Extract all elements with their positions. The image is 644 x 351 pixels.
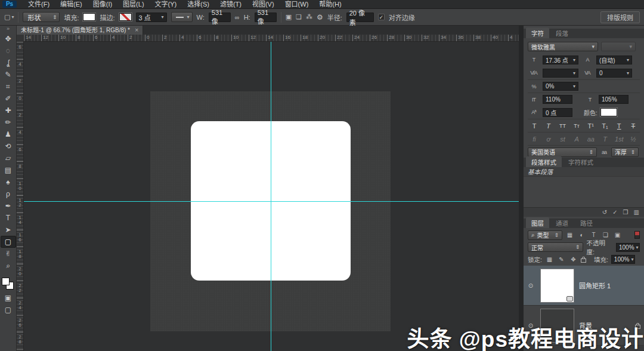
type-style-button[interactable]: Tᴛ	[571, 123, 582, 129]
baseline-field[interactable]: 0 点	[543, 108, 572, 117]
menu-item[interactable]: 选择(S)	[182, 0, 215, 9]
basic-paragraph-item[interactable]: 基本段落	[524, 167, 644, 177]
trash-icon[interactable]: ▥	[634, 209, 639, 215]
align-edges-checkbox[interactable]: ✓	[378, 14, 385, 20]
menu-item[interactable]: 文件(F)	[23, 0, 55, 9]
shape-width-field[interactable]: 531像	[209, 13, 231, 22]
opentype-feature-button[interactable]: ơ	[543, 136, 554, 143]
horizontal-scale-field[interactable]: 105%	[599, 95, 628, 104]
dodge-tool[interactable]: ρ	[1, 188, 16, 200]
undo-icon[interactable]: ↺	[602, 209, 607, 215]
quick-mask-button[interactable]: ▣	[1, 292, 16, 304]
layer-fill-field[interactable]: 100% ▾	[611, 255, 635, 264]
type-style-button[interactable]: T	[614, 122, 624, 130]
new-style-icon[interactable]: ❐	[623, 209, 628, 215]
workspace-button[interactable]: 排版规则	[600, 11, 640, 23]
filter-pixel-layers-icon[interactable]: ▦	[565, 232, 574, 238]
menu-item[interactable]: 帮助(H)	[314, 0, 346, 9]
tab-paragraph-styles[interactable]: 段落样式	[526, 156, 562, 167]
filter-toggle[interactable]	[634, 231, 640, 239]
fill-color-swatch[interactable]	[83, 13, 95, 21]
move-tool[interactable]: ✥	[1, 33, 16, 45]
rounded-rectangle-tool[interactable]: ▢	[1, 236, 16, 248]
ruler-origin-corner[interactable]	[17, 35, 24, 42]
leading-field[interactable]: (自动) ▾	[596, 56, 632, 64]
menu-item[interactable]: 滤镜(T)	[215, 0, 247, 9]
tsume-field[interactable]: 0% ▾	[543, 82, 578, 91]
lock-transparent-icon[interactable]: ▦	[545, 256, 554, 263]
layer-thumbnail[interactable]	[540, 269, 574, 303]
kerning-field[interactable]: ▾	[543, 69, 578, 78]
horizontal-guide[interactable]	[24, 201, 519, 202]
tab-character[interactable]: 字符	[526, 27, 549, 38]
zoom-tool[interactable]: ⌕	[1, 260, 16, 272]
close-icon[interactable]: ×	[135, 26, 138, 35]
gradient-tool[interactable]: ▤	[1, 164, 16, 176]
lock-all-icon[interactable]	[581, 258, 586, 263]
font-style-select[interactable]: ▾	[601, 42, 636, 51]
opentype-feature-button[interactable]: st	[557, 136, 568, 143]
vertical-guide[interactable]	[271, 42, 271, 351]
stroke-width-field[interactable]: 3 点 ▾	[136, 13, 167, 22]
path-selection-tool[interactable]: ➤	[1, 224, 16, 236]
document-tab[interactable]: 未标题-1 @ 66.7% (圆角矩形 1, RGB/8) * ×	[17, 26, 143, 35]
stroke-color-swatch[interactable]	[119, 13, 132, 21]
stroke-type-select[interactable]: ▾	[171, 12, 193, 22]
quick-selection-tool[interactable]: ✎	[1, 69, 16, 81]
crop-tool[interactable]: ⌗	[1, 81, 16, 93]
opentype-feature-button[interactable]: 1st	[614, 136, 624, 143]
tab-channels[interactable]: 通道	[550, 217, 574, 228]
screen-mode-button[interactable]: ▢	[1, 304, 16, 316]
filter-smart-objects-icon[interactable]: ▣	[613, 232, 622, 238]
menu-item[interactable]: 编辑(E)	[55, 0, 88, 9]
type-style-button[interactable]: T¹	[586, 122, 596, 130]
color-swatches[interactable]	[1, 276, 16, 292]
type-style-button[interactable]: T	[529, 122, 540, 130]
menu-item[interactable]: 图像(I)	[88, 0, 117, 9]
tool-preset-button[interactable]: ▢ ▾	[4, 13, 14, 21]
blur-tool[interactable]: ♠	[1, 176, 16, 188]
type-style-button[interactable]: T₁	[600, 122, 611, 130]
path-operations-icon[interactable]: ▣	[286, 13, 292, 21]
font-size-field[interactable]: 17.36 点 ▾	[543, 56, 578, 64]
type-style-button[interactable]: T	[543, 122, 554, 130]
clone-stamp-tool[interactable]: ♟	[1, 128, 16, 140]
path-arrangement-icon[interactable]: ⁂	[306, 13, 312, 21]
opentype-feature-button[interactable]: ½	[628, 136, 639, 143]
pen-tool[interactable]: ✒	[1, 200, 16, 212]
brush-tool[interactable]: ✏	[1, 116, 16, 128]
canvas-viewport[interactable]	[24, 42, 519, 351]
menu-item[interactable]: 视图(V)	[247, 0, 280, 9]
hand-tool[interactable]: ✌	[1, 248, 16, 260]
foreground-color-swatch[interactable]	[2, 278, 10, 285]
opentype-feature-button[interactable]: aa	[586, 136, 596, 143]
tracking-field[interactable]: 0 ▾	[596, 69, 632, 78]
opentype-feature-button[interactable]: A	[571, 136, 582, 143]
type-style-button[interactable]: TT	[557, 123, 568, 129]
filter-adjustment-layers-icon[interactable]: ◐	[577, 232, 586, 238]
history-brush-tool[interactable]: ⟲	[1, 140, 16, 152]
eye-icon[interactable]: ⊙	[526, 282, 535, 289]
lock-paint-icon[interactable]: ✎	[557, 256, 566, 263]
text-color-swatch[interactable]	[600, 108, 617, 116]
vertical-scale-field[interactable]: 110%	[543, 95, 572, 104]
lock-move-icon[interactable]: ✥	[569, 256, 578, 263]
shape-height-field[interactable]: 531像	[255, 13, 277, 22]
type-tool[interactable]: T	[1, 212, 16, 224]
type-style-button[interactable]: Ŧ	[628, 122, 639, 130]
horizontal-ruler[interactable]: 1412108642024681012141618202224262830323…	[24, 35, 519, 42]
filter-shape-layers-icon[interactable]: ❏	[601, 232, 610, 238]
tab-paths[interactable]: 路径	[575, 217, 598, 228]
marquee-tool[interactable]: ◌	[1, 45, 16, 57]
gear-icon[interactable]: ⚙	[317, 13, 323, 21]
language-select[interactable]: 美国英语 ⇕	[528, 147, 597, 157]
vertical-ruler[interactable]: 6420246810121416182022242628	[17, 42, 24, 351]
layer-row-rounded-rectangle[interactable]: ⊙ 圆角矩形 1	[524, 266, 644, 306]
radius-field[interactable]: 20 像素	[346, 13, 374, 22]
path-alignment-icon[interactable]: ❏	[296, 13, 302, 21]
check-icon[interactable]: ✓	[612, 209, 617, 215]
toolbar-collapse-icon[interactable]: »	[0, 26, 16, 33]
anti-alias-select[interactable]: 浑厚 ⇕	[611, 147, 639, 157]
filter-type-layers-icon[interactable]: T	[589, 232, 598, 238]
tab-paragraph[interactable]: 段落	[550, 27, 574, 38]
